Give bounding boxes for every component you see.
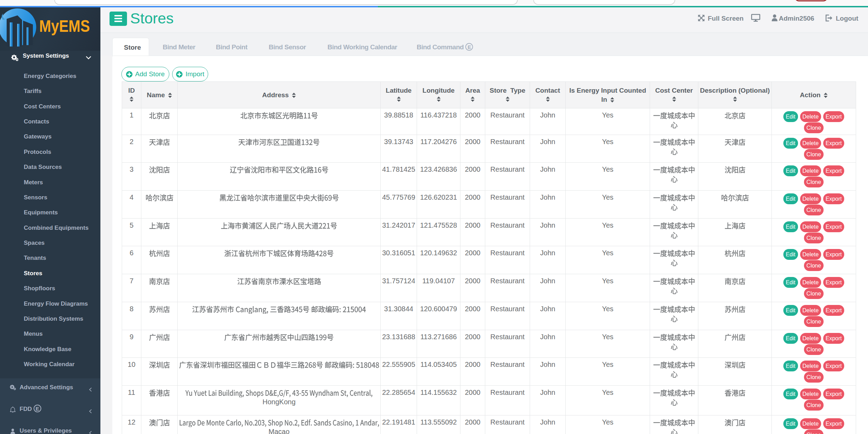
svg-text:MyEMS: MyEMS	[39, 16, 90, 35]
